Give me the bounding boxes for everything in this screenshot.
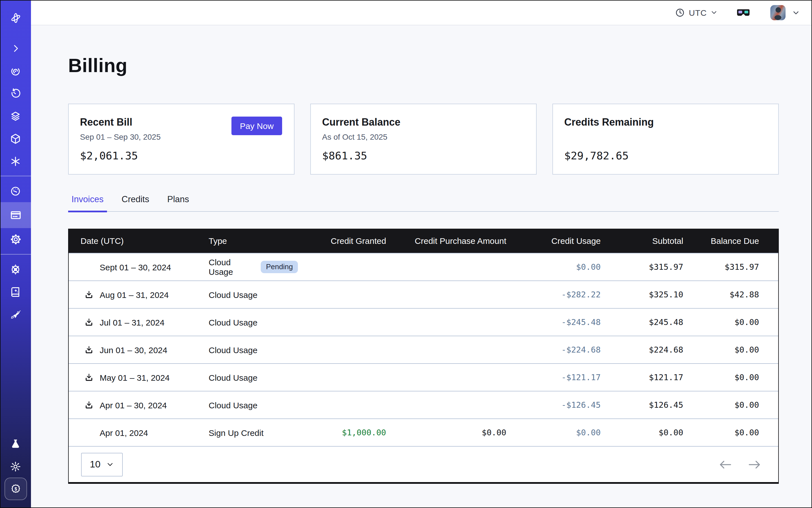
invoice-type: Cloud Usage [209,290,257,299]
subtotal-value: $121.17 [601,373,683,382]
subtotal-value: $224.68 [601,345,683,354]
credit-usage-value: $0.00 [506,262,601,271]
subtotal-value: $325.10 [601,290,683,299]
next-page-arrow-icon[interactable] [748,459,761,469]
download-invoice-icon[interactable] [84,345,93,354]
subtotal-value: $315.97 [601,262,683,271]
pricing-dollar-badge-button[interactable]: $ [4,477,27,500]
invoice-date: Apr 01, 2024 [100,428,148,437]
card-title: Credits Remaining [564,117,767,128]
pay-now-button[interactable]: Pay Now [231,117,282,135]
invoice-type: Cloud Usage [209,373,257,382]
download-invoice-icon[interactable] [84,318,93,327]
balance-due-value: $0.00 [683,345,778,354]
download-invoice-icon[interactable] [84,373,93,382]
subtotal-value: $0.00 [601,428,683,437]
invoice-type: Cloud Usage [209,257,256,277]
sidebar-item-history-icon[interactable] [0,82,31,105]
topbar: UTC [31,0,812,25]
account-menu-chevron[interactable] [792,9,800,16]
download-invoice-icon[interactable] [84,400,93,410]
sidebar-item-rocket-icon[interactable] [0,303,31,326]
sidebar-item-usage-gauge-icon[interactable] [0,180,31,202]
tab-plans[interactable]: Plans [164,194,193,211]
sidebar: $ [0,0,31,508]
sidebar-item-settings-gear-icon[interactable] [0,228,31,251]
invoice-date: Jun 01 – 30, 2024 [100,345,167,354]
invoices-table: Date (UTC) Type Credit Granted Credit Pu… [68,229,779,484]
tab-credits[interactable]: Credits [118,194,153,211]
invoice-date: Jul 01 – 31, 2024 [100,318,164,327]
main-content: Billing Recent Bill Sep 01 – Sep 30, 202… [31,25,812,508]
sidebar-item-radar-icon[interactable] [0,60,31,82]
timezone-label: UTC [689,8,707,17]
credit-granted-value: $1,000.00 [298,428,386,437]
sidebar-item-support-helm-icon[interactable] [0,258,31,281]
invoice-type: Cloud Usage [209,345,257,354]
svg-text:$: $ [14,486,17,492]
credit-usage-value: -$224.68 [506,345,601,354]
brand-logo-icon[interactable] [0,7,31,29]
previous-page-arrow-icon[interactable] [719,459,732,469]
balance-due-value: $42.88 [683,290,778,299]
credit-purchase-value: $0.00 [386,428,506,437]
recent-bill-card: Recent Bill Sep 01 – Sep 30, 2025 $2,061… [68,103,295,175]
table-row: May 01 – 31, 2024 Cloud Usage -$121.17 $… [69,363,778,391]
chevron-down-icon [792,9,800,16]
chevron-down-icon [711,9,717,16]
sidebar-item-billing-card-icon[interactable] [0,202,31,228]
billing-tabs: Invoices Credits Plans [68,194,779,212]
table-row: Apr 01 – 30, 2024 Cloud Usage -$126.45 $… [69,391,778,418]
invoice-type: Cloud Usage [209,400,257,410]
table-row: Apr 01, 2024 Sign Up Credit $1,000.00 $0… [69,418,778,446]
credit-usage-value: -$126.45 [506,400,601,410]
sidebar-item-labs-flask-icon[interactable] [0,432,31,455]
table-row: Jun 01 – 30, 2024 Cloud Usage -$224.68 $… [69,336,778,363]
sidebar-divider [0,254,31,255]
card-amount: $29,782.65 [564,149,629,162]
sidebar-item-layers-icon[interactable] [0,105,31,127]
balance-due-value: $0.00 [683,428,778,437]
table-row: Jul 01 – 31, 2024 Cloud Usage -$245.48 $… [69,308,778,336]
column-header-balance-due: Balance Due [683,236,778,246]
app-root: $ UTC Billing [0,0,812,508]
goggles-icon [736,8,750,17]
dollar-seal-icon: $ [9,483,22,495]
timezone-selector[interactable]: UTC [676,8,717,17]
table-header-row: Date (UTC) Type Credit Granted Credit Pu… [69,229,778,253]
subtotal-value: $126.45 [601,400,683,410]
sidebar-item-asterisk-icon[interactable] [0,150,31,172]
page-size-select[interactable]: 10 [81,453,123,476]
summary-cards: Recent Bill Sep 01 – Sep 30, 2025 $2,061… [68,103,779,175]
card-amount: $2,061.35 [80,149,138,162]
sidebar-item-cube-icon[interactable] [0,127,31,150]
column-header-subtotal: Subtotal [601,236,683,246]
status-badge: Pending [261,261,298,273]
invoice-type: Sign Up Credit [209,428,263,437]
column-header-credit-usage: Credit Usage [506,236,601,246]
credit-usage-value: -$282.22 [506,290,601,299]
subtotal-value: $245.48 [601,318,683,327]
credits-remaining-card: Credits Remaining $29,782.65 [552,103,779,175]
table-row: Sept 01 – 30, 2024 Cloud UsagePending $0… [69,253,778,281]
clock-icon [676,8,685,17]
sidebar-item-theme-sun-icon[interactable] [0,455,31,477]
invoice-date: Sept 01 – 30, 2024 [100,262,171,272]
column-header-type: Type [197,236,298,246]
page-size-value: 10 [90,459,100,470]
invoice-type: Cloud Usage [209,318,257,327]
balance-due-value: $315.97 [683,262,778,271]
sidebar-divider [0,176,31,176]
balance-due-value: $0.00 [683,400,778,410]
collapse-chevron-right-icon[interactable] [0,37,31,60]
goggles-button[interactable] [736,8,750,17]
column-header-date: Date (UTC) [69,236,197,246]
avatar[interactable] [770,5,785,20]
tab-invoices[interactable]: Invoices [68,194,107,211]
credit-usage-value: $0.00 [506,428,601,437]
download-invoice-icon[interactable] [84,290,93,299]
card-subtitle: As of Oct 15, 2025 [322,132,525,141]
invoice-date: May 01 – 31, 2024 [100,373,170,382]
credit-usage-value: -$121.17 [506,373,601,382]
sidebar-item-docs-book-icon[interactable] [0,281,31,303]
